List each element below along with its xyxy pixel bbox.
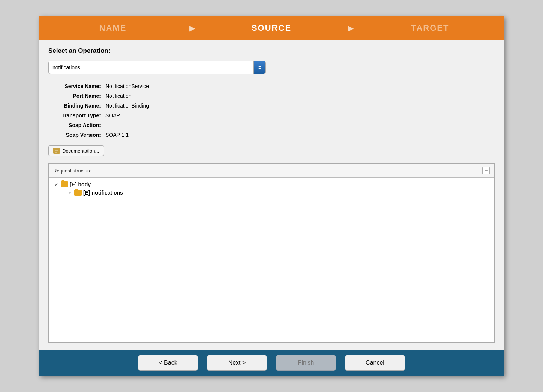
binding-name-value: NotificationBinding bbox=[105, 103, 149, 109]
transport-type-value: SOAP bbox=[105, 112, 120, 118]
wizard-step-name-label: NAME bbox=[99, 23, 127, 33]
finish-button-label: Finish bbox=[298, 359, 314, 366]
port-name-value: Notification bbox=[105, 93, 131, 99]
svg-rect-4 bbox=[55, 150, 58, 151]
tree-item-body-label: [E] body bbox=[70, 181, 91, 187]
svg-marker-0 bbox=[258, 66, 262, 67]
wizard-step-source-label: SOURCE bbox=[252, 23, 291, 33]
wizard-header: NAME ▶ SOURCE ▶ TARGET bbox=[39, 16, 504, 40]
wizard-dialog: NAME ▶ SOURCE ▶ TARGET Select an Operati… bbox=[39, 16, 504, 376]
operation-select-spinner-button[interactable] bbox=[254, 61, 266, 74]
svg-rect-6 bbox=[55, 152, 57, 153]
info-row-transport: Transport Type: SOAP bbox=[48, 112, 495, 118]
structure-panel-header: Request structure − bbox=[49, 164, 494, 178]
next-button-label: Next > bbox=[228, 359, 246, 366]
soap-action-label: Soap Action: bbox=[48, 122, 101, 128]
wizard-footer: < Back Next > Finish Cancel bbox=[39, 350, 504, 376]
transport-type-label: Transport Type: bbox=[48, 112, 101, 118]
info-row-soap-action: Soap Action: bbox=[48, 122, 495, 128]
info-row-binding: Binding Name: NotificationBinding bbox=[48, 103, 495, 109]
request-structure-panel: Request structure − ✓ [E] body > [E] not… bbox=[48, 163, 495, 343]
wizard-step-source: SOURCE bbox=[198, 16, 345, 40]
structure-tree: ✓ [E] body > [E] notifications bbox=[49, 178, 494, 342]
documentation-button[interactable]: Documentation... bbox=[48, 145, 104, 156]
doc-icon-svg bbox=[54, 148, 59, 153]
wizard-arrow-2: ▶ bbox=[345, 24, 357, 33]
operation-select[interactable]: notifications bbox=[48, 61, 266, 74]
cancel-button-label: Cancel bbox=[366, 359, 384, 366]
svg-rect-5 bbox=[55, 151, 58, 152]
tree-toggle-body[interactable]: ✓ bbox=[53, 181, 59, 187]
collapse-button[interactable]: − bbox=[482, 167, 490, 174]
tree-item-body: ✓ [E] body bbox=[53, 181, 490, 187]
soap-version-label: Soap Version: bbox=[48, 132, 101, 138]
documentation-icon bbox=[53, 148, 60, 154]
service-name-value: NotificationService bbox=[105, 83, 149, 89]
section-title: Select an Operation: bbox=[48, 47, 495, 55]
structure-panel-title: Request structure bbox=[53, 168, 92, 174]
tree-toggle-notifications[interactable]: > bbox=[67, 190, 73, 196]
cancel-button[interactable]: Cancel bbox=[345, 355, 405, 371]
wizard-step-target-label: TARGET bbox=[411, 23, 449, 33]
soap-version-value: SOAP 1.1 bbox=[105, 132, 129, 138]
back-button[interactable]: < Back bbox=[138, 355, 198, 371]
operation-select-row: notifications bbox=[48, 61, 495, 74]
wizard-step-name: NAME bbox=[39, 16, 186, 40]
tree-child-notifications: > [E] notifications bbox=[67, 190, 490, 196]
operation-select-text: notifications bbox=[49, 64, 254, 70]
info-row-service: Service Name: NotificationService bbox=[48, 83, 495, 89]
documentation-button-label: Documentation... bbox=[62, 148, 99, 154]
finish-button: Finish bbox=[276, 355, 336, 371]
service-name-label: Service Name: bbox=[48, 83, 101, 89]
tree-item-notifications: > [E] notifications bbox=[67, 190, 490, 196]
wizard-arrow-1: ▶ bbox=[186, 24, 198, 33]
tree-item-notifications-label: [E] notifications bbox=[83, 190, 123, 196]
info-row-port: Port Name: Notification bbox=[48, 93, 495, 99]
back-button-label: < Back bbox=[159, 359, 177, 366]
main-content: Select an Operation: notifications Servi… bbox=[39, 40, 504, 350]
spinner-icon bbox=[257, 65, 262, 70]
info-grid: Service Name: NotificationService Port N… bbox=[48, 83, 495, 138]
info-row-soap-version: Soap Version: SOAP 1.1 bbox=[48, 132, 495, 138]
port-name-label: Port Name: bbox=[48, 93, 101, 99]
svg-rect-3 bbox=[54, 148, 57, 150]
tree-folder-icon-body bbox=[61, 181, 68, 187]
tree-folder-icon-notifications bbox=[74, 190, 82, 196]
wizard-step-target: TARGET bbox=[357, 16, 504, 40]
svg-marker-1 bbox=[258, 68, 262, 69]
next-button[interactable]: Next > bbox=[207, 355, 267, 371]
binding-name-label: Binding Name: bbox=[48, 103, 101, 109]
